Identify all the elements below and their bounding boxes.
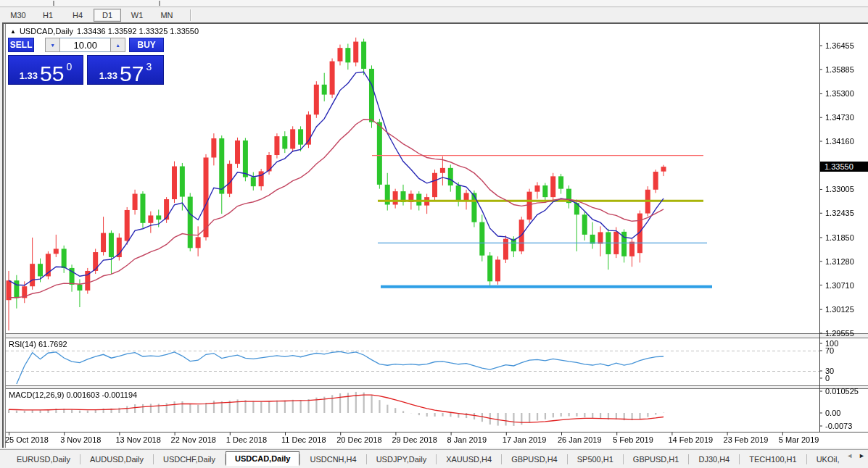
volume-increase-icon[interactable]: ▲ xyxy=(110,38,125,52)
buy-button[interactable]: BUY xyxy=(129,38,164,52)
price-tick-label: 1.34730 xyxy=(825,113,854,122)
tab-dj30-h4[interactable]: DJ30,H4 xyxy=(689,452,739,467)
date-tick-label: 5 Mar 2019 xyxy=(779,435,819,444)
date-tick-label: 20 Dec 2018 xyxy=(336,435,381,444)
price-tick-label: 1.32435 xyxy=(825,209,854,217)
symbol-title: USDCAD,Daily xyxy=(20,27,73,35)
tab-gbpusd-h4[interactable]: GBPUSD,H4 xyxy=(502,452,567,467)
one-click-trading-panel: SELL ▼ ▲ BUY 1.33 55 0 1.33 57 3 xyxy=(8,38,164,85)
tab-audusd-daily[interactable]: AUDUSD,Daily xyxy=(80,452,153,467)
date-tick-label: 26 Jan 2019 xyxy=(558,435,602,444)
collapse-icon[interactable]: ▲ xyxy=(10,28,16,35)
price-tick-label: 1.34160 xyxy=(825,137,854,146)
tab-sp500-h1[interactable]: SP500,H1 xyxy=(568,452,623,467)
date-tick-label: 23 Feb 2019 xyxy=(724,435,769,444)
app-window: M30H1H4D1W1MN ▲ USDCAD,Daily 1.33436 1.3… xyxy=(0,0,868,468)
sell-price-pips: 55 xyxy=(40,64,64,85)
date-tick-label: 29 Dec 2018 xyxy=(392,435,437,444)
price-tick-label: 1.30710 xyxy=(825,281,854,290)
indicator-tick-label: 0.00 xyxy=(825,409,840,417)
price-tick-label: 1.35300 xyxy=(825,89,854,98)
tab-gbpusd-h1[interactable]: GBPUSD,H1 xyxy=(624,452,689,467)
price-tick-label: 1.29555 xyxy=(825,329,854,338)
date-tick-label: 11 Dec 2018 xyxy=(281,435,326,444)
price-tick-label: 1.30125 xyxy=(825,305,854,314)
macd-label: MACD(12,26,9) 0.001603 -0.001194 xyxy=(9,390,137,399)
chart-title: ▲ USDCAD,Daily 1.33436 1.33592 1.33325 1… xyxy=(10,27,199,35)
sell-button[interactable]: SELL xyxy=(8,38,34,52)
symbol-tab-bar: EURUSD,DailyAUDUSD,DailyUSDCHF,DailyUSDC… xyxy=(0,449,868,468)
date-tick-label: 25 Oct 2018 xyxy=(5,435,49,444)
volume-input[interactable] xyxy=(60,38,110,52)
sell-price-point: 0 xyxy=(66,61,72,72)
tab-scroll-buttons: ◄ ► xyxy=(846,452,865,459)
date-tick-label: 3 Nov 2018 xyxy=(60,435,101,444)
tab-ukoil[interactable]: UKOil, xyxy=(807,452,849,467)
tab-usdcad-daily[interactable]: USDCAD,Daily xyxy=(226,451,299,466)
buy-price-box[interactable]: 1.33 57 3 xyxy=(87,55,164,85)
price-tick-label: 1.35885 xyxy=(825,65,854,74)
date-tick-label: 13 Nov 2018 xyxy=(115,435,160,444)
buy-price-pips: 57 xyxy=(120,64,144,85)
buy-price-point: 3 xyxy=(146,61,152,72)
date-tick-label: 22 Nov 2018 xyxy=(171,435,216,444)
indicator-tick-label: 70 xyxy=(825,346,834,355)
date-tick-label: 17 Jan 2019 xyxy=(503,435,547,444)
ohlc-readout: 1.33436 1.33592 1.33325 1.33550 xyxy=(77,27,199,35)
sell-price-base: 1.33 xyxy=(20,70,38,81)
indicator-tick-label: 0 xyxy=(825,374,830,383)
tab-xauusd-h4[interactable]: XAUUSD,H4 xyxy=(437,452,501,467)
scroll-left-icon[interactable]: ◄ xyxy=(846,452,853,459)
tab-eurusd-daily[interactable]: EURUSD,Daily xyxy=(7,452,80,467)
volume-stepper: ▼ ▲ xyxy=(45,38,125,52)
buy-price-base: 1.33 xyxy=(99,70,117,81)
rsi-label: RSI(14) 61.7692 xyxy=(9,340,67,348)
tab-usdcnh-h4[interactable]: USDCNH,H4 xyxy=(300,452,365,467)
current-price-tag: 1.33550 xyxy=(820,162,868,172)
date-tick-label: 5 Feb 2019 xyxy=(613,435,653,444)
price-tick-label: 1.31850 xyxy=(825,233,854,242)
tab-tech100-h1[interactable]: TECH100,H1 xyxy=(740,452,806,467)
indicator-tick-label: -0.0073 xyxy=(825,422,852,430)
volume-decrease-icon[interactable]: ▼ xyxy=(45,38,60,52)
date-tick-label: 14 Feb 2019 xyxy=(668,435,713,444)
indicator-tick-label: 0.010525 xyxy=(825,387,859,396)
tab-usdchf-daily[interactable]: USDCHF,Daily xyxy=(154,452,225,467)
scroll-right-icon[interactable]: ► xyxy=(859,452,865,459)
tab-usdjpy-daily[interactable]: USDJPY,Daily xyxy=(367,452,437,467)
date-tick-label: 8 Jan 2019 xyxy=(447,435,487,444)
date-tick-label: 1 Dec 2018 xyxy=(226,435,267,444)
price-tick-label: 1.31280 xyxy=(825,257,854,266)
sell-price-box[interactable]: 1.33 55 0 xyxy=(8,55,83,85)
price-tick-label: 1.36455 xyxy=(825,41,854,50)
price-tick-label: 1.33005 xyxy=(825,185,854,193)
